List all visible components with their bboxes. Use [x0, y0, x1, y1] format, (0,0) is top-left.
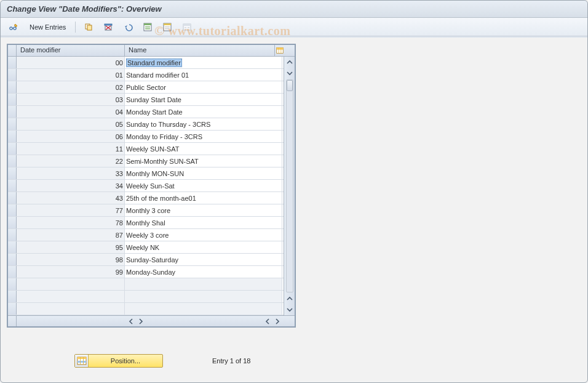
row-selector[interactable]	[8, 94, 17, 105]
scroll-up-button[interactable]	[285, 57, 295, 67]
cell-name[interactable]: Weekly SUN-SAT	[125, 143, 282, 155]
cell-name[interactable]: Weekly NK	[125, 241, 282, 253]
table-row[interactable]: 04Monday Start Date	[8, 106, 284, 118]
cell-name[interactable]: Monthly Shal	[125, 217, 282, 228]
row-selector[interactable]	[8, 278, 17, 290]
table-row[interactable]: 33Monthly MON-SUN	[8, 167, 284, 180]
cell-code[interactable]: 34	[17, 180, 125, 191]
select-all-button[interactable]	[140, 20, 156, 34]
cell-name[interactable]: Standard modifier 01	[125, 69, 282, 81]
table-row[interactable]: 78Monthly Shal	[8, 217, 284, 229]
cell-name[interactable]: Sunday-Saturday	[125, 254, 282, 265]
row-selector[interactable]	[8, 241, 17, 253]
hscroll-right-button-2[interactable]	[273, 317, 282, 326]
cell-name[interactable]: Monday-Sunday	[125, 266, 282, 278]
position-button[interactable]: Position...	[74, 354, 163, 368]
table-row[interactable]: 06Monday to Friday - 3CRS	[8, 131, 284, 143]
cell-code[interactable]: 05	[17, 118, 125, 130]
cell-code[interactable]: 98	[17, 254, 125, 265]
grid-header-selector[interactable]	[8, 45, 17, 56]
table-row[interactable]: 01Standard modifier 01	[8, 69, 284, 81]
cell-name[interactable]: Public Sector	[125, 81, 282, 93]
row-selector[interactable]	[8, 69, 17, 81]
cell-name[interactable]: Weekly Sun-Sat	[125, 180, 282, 191]
cell-code[interactable]: 78	[17, 217, 125, 228]
cell-name[interactable]: Monday to Friday - 3CRS	[125, 131, 282, 142]
print-button[interactable]	[179, 20, 195, 34]
hscroll-right-button[interactable]	[137, 317, 145, 326]
cell-name[interactable]	[125, 303, 282, 315]
cell-code[interactable]: 22	[17, 155, 125, 167]
hscroll-left-button-2[interactable]	[263, 317, 272, 326]
cell-code[interactable]: 02	[17, 81, 125, 93]
row-selector[interactable]	[8, 229, 17, 241]
row-selector[interactable]	[8, 254, 17, 265]
cell-code[interactable]: 00	[17, 57, 125, 68]
copy-as-button[interactable]	[81, 20, 97, 34]
table-row[interactable]: 05Sunday to Thursday - 3CRS	[8, 118, 284, 131]
vscroll-track[interactable]	[286, 79, 293, 292]
row-selector[interactable]	[8, 303, 17, 315]
row-selector[interactable]	[8, 81, 17, 93]
row-selector[interactable]	[8, 192, 17, 204]
row-selector[interactable]	[8, 266, 17, 278]
row-selector[interactable]	[8, 167, 17, 179]
cell-name[interactable]	[125, 278, 282, 290]
table-row[interactable]: 11Weekly SUN-SAT	[8, 143, 284, 155]
cell-code[interactable]	[17, 291, 125, 302]
cell-code[interactable]: 03	[17, 94, 125, 105]
cell-code[interactable]: 33	[17, 167, 125, 179]
cell-name[interactable]: 25th of the month-ae01	[125, 192, 282, 204]
cell-name[interactable]: Monthly 3 core	[125, 204, 282, 216]
cell-name[interactable]: Semi-Monthly SUN-SAT	[125, 155, 282, 167]
horizontal-scrollbar[interactable]	[8, 315, 295, 326]
toggle-display-button[interactable]	[6, 20, 22, 34]
row-selector[interactable]	[8, 155, 17, 167]
row-selector[interactable]	[8, 106, 17, 118]
cell-code[interactable]	[17, 278, 125, 290]
cell-name[interactable]: Sunday Start Date	[125, 94, 282, 105]
table-row[interactable]: 03Sunday Start Date	[8, 94, 284, 106]
table-row[interactable]: 99Monday-Sunday	[8, 266, 284, 278]
grid-header-code[interactable]: Date modifier	[17, 45, 125, 56]
table-row[interactable]: 34Weekly Sun-Sat	[8, 180, 284, 192]
cell-name[interactable]: Weekly 3 core	[125, 229, 282, 241]
cell-code[interactable]: 99	[17, 266, 125, 278]
table-row-empty[interactable]	[8, 303, 284, 315]
cell-code[interactable]: 87	[17, 229, 125, 241]
cell-code[interactable]: 77	[17, 204, 125, 216]
table-row[interactable]: 02Public Sector	[8, 81, 284, 94]
cell-name[interactable]	[125, 291, 282, 302]
hscroll-left-button[interactable]	[127, 317, 135, 326]
row-selector[interactable]	[8, 217, 17, 228]
cell-code[interactable]: 04	[17, 106, 125, 118]
cell-name[interactable]: Sunday to Thursday - 3CRS	[125, 118, 282, 130]
cell-name[interactable]: Standard modifier	[125, 57, 282, 68]
cell-code[interactable]: 95	[17, 241, 125, 253]
row-selector[interactable]	[8, 118, 17, 130]
grid-configure-button[interactable]	[275, 45, 285, 56]
table-row[interactable]: 77Monthly 3 core	[8, 204, 284, 217]
delete-button[interactable]	[100, 20, 116, 34]
cell-code[interactable]: 06	[17, 131, 125, 142]
row-selector[interactable]	[8, 180, 17, 191]
cell-code[interactable]	[17, 303, 125, 315]
row-selector[interactable]	[8, 204, 17, 216]
undo-button[interactable]	[120, 20, 136, 34]
row-selector[interactable]	[8, 291, 17, 302]
new-entries-button[interactable]: New Entries	[25, 20, 70, 34]
cell-code[interactable]: 43	[17, 192, 125, 204]
deselect-all-button[interactable]	[159, 20, 175, 34]
scroll-down-button-2[interactable]	[285, 305, 295, 315]
scroll-down-button[interactable]	[285, 68, 295, 78]
table-row-empty[interactable]	[8, 278, 284, 291]
vertical-scrollbar[interactable]	[284, 57, 295, 315]
vscroll-thumb[interactable]	[287, 80, 293, 91]
row-selector[interactable]	[8, 131, 17, 142]
table-row[interactable]: 87Weekly 3 core	[8, 229, 284, 241]
table-row-empty[interactable]	[8, 291, 284, 303]
cell-code[interactable]: 01	[17, 69, 125, 81]
table-row[interactable]: 4325th of the month-ae01	[8, 192, 284, 204]
row-selector[interactable]	[8, 57, 17, 68]
table-row[interactable]: 98Sunday-Saturday	[8, 254, 284, 266]
